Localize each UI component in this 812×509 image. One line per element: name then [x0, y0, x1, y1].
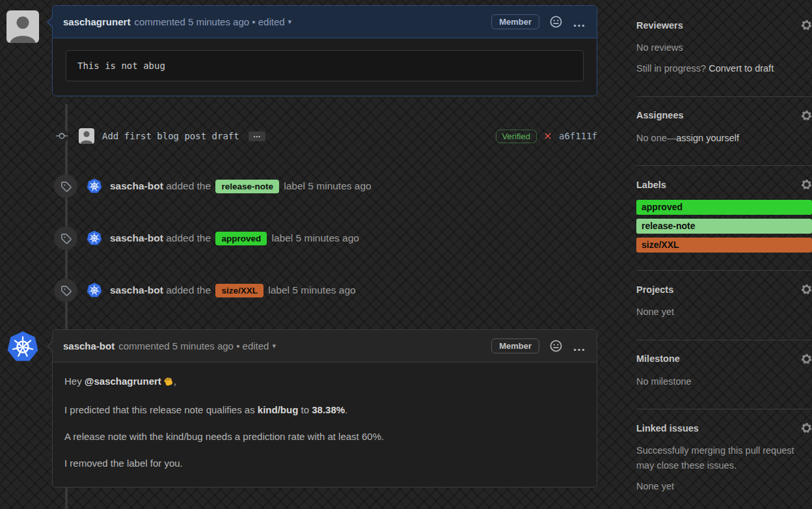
no-reviews-text: No reviews [636, 40, 812, 55]
labels-section: Labels approved release-note size/XXL [636, 179, 812, 259]
gear-icon[interactable] [801, 110, 812, 121]
no-milestone-text: No milestone [636, 374, 812, 389]
labels-title: Labels [636, 180, 666, 190]
smiley-icon [550, 16, 562, 28]
comment-author-link[interactable]: sascha-bot [63, 340, 115, 351]
timeline-event-size-xxl: sascha-bot added the size/XXL label 5 mi… [0, 279, 610, 302]
mention-link[interactable]: @saschagrunert [85, 376, 161, 387]
member-badge: Member [491, 14, 539, 29]
pull-request-page: saschagrunert commented 5 minutes ago • … [0, 0, 812, 509]
edited-dropdown-caret-icon[interactable]: ▾ [272, 342, 276, 350]
no-linked-issues-text: None yet [636, 479, 812, 493]
comment-meta: commented 5 minutes ago • edited [118, 340, 269, 351]
comment-arrow [48, 340, 54, 352]
divider [636, 165, 812, 166]
divider [636, 96, 812, 97]
kebab-menu-icon[interactable]: … [573, 19, 586, 25]
removed-label-paragraph: I removed the label for you. [64, 458, 585, 469]
event-time-text: label 5 minutes ago [268, 284, 355, 296]
gear-icon[interactable] [801, 353, 812, 365]
kubernetes-icon [87, 178, 102, 194]
divider [636, 270, 812, 271]
bot-avatar[interactable] [87, 178, 102, 194]
linked-issues-section: Linked issues Successfully merging this … [636, 422, 812, 502]
comment-header: sascha-bot commented 5 minutes ago • edi… [53, 330, 597, 363]
code-block: This is not abug [66, 50, 584, 81]
user-photo-icon [7, 10, 39, 43]
sidebar: Reviewers No reviews Still in progress? … [636, 0, 812, 509]
gear-icon[interactable] [801, 20, 812, 31]
convert-to-draft-row: Still in progress? Convert to draft [636, 61, 812, 76]
assignees-section: Assignees No one—assign yourself [636, 110, 812, 154]
bot-avatar[interactable] [87, 230, 102, 246]
comment-meta: commented 5 minutes ago • edited [134, 16, 284, 27]
label-badge[interactable]: release-note [215, 180, 279, 193]
greeting-paragraph: Hey @saschagrunert, [64, 376, 585, 389]
gear-icon[interactable] [801, 179, 812, 190]
comment-body: This is not abug [53, 38, 597, 96]
tag-icon [54, 279, 77, 302]
event-time-text: label 5 minutes ago [272, 232, 359, 243]
requirement-paragraph: A release note with the kind/bug needs a… [64, 431, 585, 442]
event-actor-link[interactable]: sascha-bot [110, 284, 163, 296]
linked-issues-title: Linked issues [636, 423, 699, 433]
comment-body: Hey @saschagrunert, I predicted that thi… [53, 363, 597, 487]
add-reaction-button[interactable] [550, 340, 562, 352]
x-failed-check-icon[interactable] [543, 131, 553, 141]
comment-author-link[interactable]: saschagrunert [63, 16, 130, 27]
timeline-event-approved: sascha-bot added the approved label 5 mi… [0, 227, 610, 250]
projects-title: Projects [636, 284, 673, 295]
bot-avatar[interactable] [87, 282, 102, 298]
timeline-event-release-note: sascha-bot added the release-note label … [0, 174, 610, 198]
sidebar-label-release-note[interactable]: release-note [636, 219, 812, 234]
sidebar-label-size-xxl[interactable]: size/XXL [636, 238, 812, 253]
commit-row: Add first blog post draft … Verified a6f… [0, 126, 610, 146]
reviewers-title: Reviewers [636, 20, 683, 31]
convert-to-draft-link[interactable]: Convert to draft [709, 63, 774, 74]
projects-section: Projects None yet [636, 284, 812, 328]
divider [636, 409, 812, 409]
kubernetes-icon [7, 331, 39, 363]
tag-icon [54, 227, 77, 250]
add-reaction-button[interactable] [550, 16, 562, 28]
kubernetes-icon [87, 230, 102, 246]
event-actor-link[interactable]: sascha-bot [110, 180, 163, 191]
edited-dropdown-caret-icon[interactable]: ▾ [288, 18, 292, 26]
no-projects-text: None yet [636, 305, 812, 319]
comment-header: saschagrunert commented 5 minutes ago • … [53, 6, 597, 38]
kebab-menu-icon[interactable]: … [573, 343, 586, 350]
no-assignees-row: No one—assign yourself [636, 131, 812, 145]
milestone-section: Milestone No milestone [636, 353, 812, 398]
gear-icon[interactable] [801, 284, 812, 295]
tag-icon [54, 174, 77, 198]
event-action-text: added the [166, 284, 211, 296]
commit-author-avatar[interactable] [79, 128, 94, 144]
prediction-paragraph: I predicted that this release note quali… [64, 404, 585, 415]
git-commit-icon [56, 128, 68, 144]
sidebar-label-approved[interactable]: approved [636, 200, 812, 215]
avatar-saschagrunert[interactable] [7, 10, 39, 43]
comment-1: saschagrunert commented 5 minutes ago • … [0, 5, 610, 96]
event-actor-link[interactable]: sascha-bot [110, 232, 163, 243]
event-action-text: added the [166, 180, 211, 191]
event-action-text: added the [166, 232, 211, 243]
gear-icon[interactable] [801, 422, 812, 433]
smiley-icon [550, 340, 562, 352]
verified-badge[interactable]: Verified [496, 130, 537, 143]
kubernetes-icon [87, 282, 102, 298]
divider [636, 340, 812, 340]
commit-hash-link[interactable]: a6f111f [559, 131, 597, 141]
milestone-title: Milestone [636, 353, 680, 364]
avatar-sascha-bot[interactable] [7, 331, 39, 363]
label-badge[interactable]: approved [215, 232, 267, 245]
assignees-title: Assignees [636, 110, 684, 120]
commit-message-link[interactable]: Add first blog post draft [102, 131, 239, 141]
linked-issues-description: Successfully merging this pull request m… [636, 443, 812, 473]
label-badge[interactable]: size/XXL [215, 284, 264, 297]
conversation-timeline: saschagrunert commented 5 minutes ago • … [0, 0, 610, 509]
user-photo-icon [79, 128, 94, 144]
member-badge: Member [491, 338, 539, 353]
commit-expander-button[interactable]: … [249, 131, 265, 141]
comment-2: sascha-bot commented 5 minutes ago • edi… [0, 329, 610, 488]
assign-yourself-link[interactable]: assign yourself [676, 133, 739, 143]
